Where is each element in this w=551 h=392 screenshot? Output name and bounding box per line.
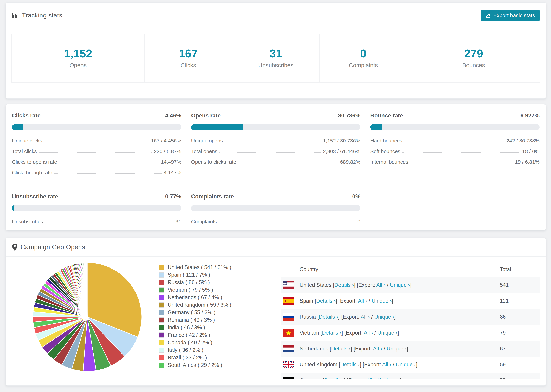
export-unique-link[interactable]: Unique › (380, 378, 400, 379)
export-prefix: Export: (340, 298, 358, 304)
legend-label: Brazil ( 33 / 2% ) (168, 355, 207, 361)
rates-card: Clicks rate4.46%Unique clicks167 / 4.456… (6, 104, 546, 230)
detail-label: Unique opens (191, 138, 223, 144)
legend-item-france[interactable]: France ( 42 / 2% ) (159, 331, 231, 339)
bracket: ] (410, 282, 411, 288)
legend-label: Germany ( 55 / 3% ) (168, 309, 215, 315)
export-all-link[interactable]: All › (358, 298, 367, 304)
geo-opens-pie-chart (31, 260, 144, 373)
legend-swatch (159, 325, 164, 330)
details-link[interactable]: Details › (319, 314, 338, 320)
dotted-leader (44, 142, 149, 142)
bracket: ] (394, 314, 396, 320)
detail-value: 167 / 4.456% (151, 138, 181, 144)
rate-title: Complaints rate (191, 193, 234, 200)
export-unique-link[interactable]: Unique › (374, 314, 394, 320)
details-link[interactable]: Details › (331, 346, 351, 352)
detail-value: 18 / 0% (522, 148, 540, 154)
geo-title: Campaign Geo Opens (21, 244, 85, 251)
legend-swatch (159, 295, 164, 300)
campaign-geo-opens-card: Campaign Geo Opens United States ( 541 /… (6, 238, 546, 385)
bracket: ] [ (354, 282, 358, 288)
legend-item-south-africa[interactable]: South Africa ( 29 / 2% ) (159, 361, 231, 369)
stat-value: 0 (360, 48, 367, 59)
stat-cell-unsubscribes: 31Unsubscribes (232, 34, 320, 83)
legend-label: Netherlands ( 67 / 4% ) (168, 294, 222, 301)
bracket: ] [ (338, 314, 343, 320)
tracking-stats-card: Tracking stats Export basic stats 1,152O… (6, 2, 546, 98)
legend-item-germany[interactable]: Germany ( 55 / 3% ) (159, 309, 231, 316)
dotted-leader (219, 223, 355, 223)
slash: / (382, 346, 387, 352)
rate-title: Unsubscribe rate (12, 193, 58, 200)
country-total: 55 (500, 378, 506, 379)
legend-item-romania[interactable]: Romania ( 49 / 3% ) (159, 316, 231, 324)
rate-panel-opens-rate: Opens rate30.736%Unique opens1,152 / 30.… (191, 112, 360, 180)
bracket: ] [ (351, 346, 355, 352)
details-link[interactable]: Details › (325, 378, 344, 379)
table-row-united-kingdom: United Kingdom [Details ›] [Export: All … (281, 357, 540, 372)
legend-label: Romania ( 49 / 3% ) (168, 317, 215, 323)
legend-item-brazil[interactable]: Brazil ( 33 / 2% ) (159, 354, 231, 361)
country-total: 67 (500, 346, 506, 352)
legend-item-vietnam[interactable]: Vietnam ( 79 / 5% ) (159, 286, 231, 294)
legend-item-united-kingdom[interactable]: United Kingdom ( 59 / 3% ) (159, 301, 231, 309)
legend-item-canada[interactable]: Canada ( 40 / 2% ) (159, 339, 231, 346)
export-basic-stats-button[interactable]: Export basic stats (481, 10, 540, 21)
table-row-spain: Spain [Details ›] [Export: All › / Uniqu… (281, 293, 540, 309)
detail-value: 14.497% (161, 159, 181, 165)
details-link[interactable]: Details › (322, 330, 341, 336)
legend-swatch (159, 348, 164, 353)
stat-value: 167 (179, 48, 198, 59)
stat-label: Clicks (181, 62, 196, 69)
export-all-link[interactable]: All › (366, 378, 375, 379)
country-name: Vietnam (300, 330, 319, 336)
detail-value: 1,152 / 30.736% (323, 138, 360, 144)
legend-item-italy[interactable]: Italy ( 36 / 2% ) (159, 346, 231, 354)
dotted-leader (238, 163, 338, 163)
detail-row-unique-opens: Unique opens1,152 / 30.736% (191, 138, 360, 144)
export-unique-link[interactable]: Unique › (396, 362, 416, 368)
details-link[interactable]: Details › (316, 298, 336, 304)
details-link[interactable]: Details › (340, 362, 360, 368)
table-row-germany: Germany [Details ›] [Export: All › / Uni… (281, 372, 540, 379)
dotted-leader (39, 152, 152, 153)
stat-cell-complaints: 0Complaints (319, 34, 407, 83)
legend-item-russia[interactable]: Russia ( 86 / 5% ) (159, 279, 231, 286)
stat-value: 1,152 (64, 48, 92, 59)
rates-grid: Clicks rate4.46%Unique clicks167 / 4.456… (6, 105, 546, 234)
export-unique-link[interactable]: Unique › (377, 330, 397, 336)
table-row-vietnam: Vietnam [Details ›] [Export: All › / Uni… (281, 325, 540, 341)
legend-label: France ( 42 / 2% ) (168, 332, 210, 338)
export-all-link[interactable]: All › (382, 362, 391, 368)
detail-row-clicks-to-opens-rate: Clicks to opens rate14.497% (12, 159, 181, 165)
export-all-link[interactable]: All › (364, 330, 373, 336)
legend-item-india[interactable]: India ( 46 / 3% ) (159, 324, 231, 331)
legend-item-spain[interactable]: Spain ( 121 / 7% ) (159, 271, 231, 279)
legend-item-netherlands[interactable]: Netherlands ( 67 / 4% ) (159, 294, 231, 301)
bracket: ] [ (344, 378, 348, 379)
rate-value: 0% (352, 193, 360, 200)
rate-title: Opens rate (191, 112, 221, 119)
export-unique-link[interactable]: Unique › (372, 298, 391, 304)
flag-icon-gb (283, 361, 294, 368)
legend-swatch (159, 280, 164, 285)
details-link[interactable]: Details › (334, 282, 354, 288)
export-all-link[interactable]: All › (361, 314, 370, 320)
flag-icon-es (283, 297, 294, 305)
legend-swatch (159, 310, 164, 315)
progress-fill (12, 124, 23, 130)
slash: / (370, 314, 374, 320)
detail-label: Total opens (191, 148, 217, 154)
export-prefix: Export: (364, 362, 382, 368)
export-unique-link[interactable]: Unique › (387, 346, 407, 352)
rate-value: 0.77% (165, 193, 181, 200)
export-all-link[interactable]: All › (373, 346, 382, 352)
bracket: [ (323, 378, 325, 379)
export-all-link[interactable]: All › (376, 282, 385, 288)
export-unique-link[interactable]: Unique › (390, 282, 410, 288)
progress-fill (12, 205, 14, 211)
slash: / (391, 362, 396, 368)
legend-item-united-states[interactable]: United States ( 541 / 31% ) (159, 264, 231, 271)
dotted-leader (404, 142, 504, 142)
